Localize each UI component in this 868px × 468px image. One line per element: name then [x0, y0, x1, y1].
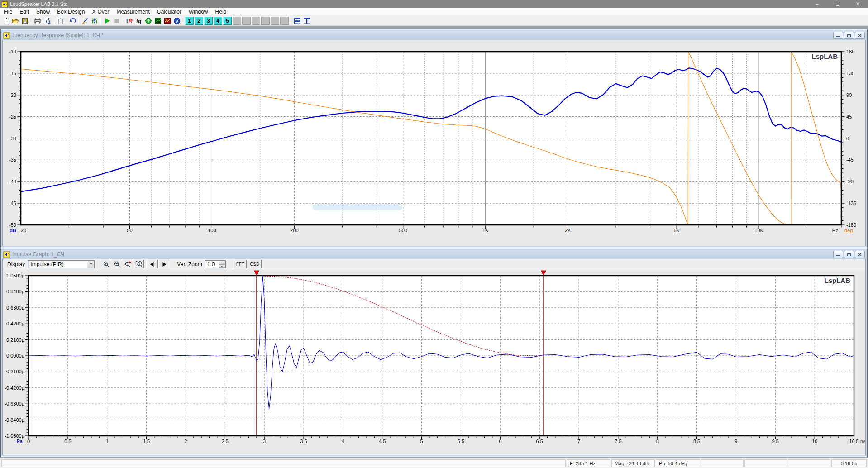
freq-minimize-button[interactable] [833, 32, 843, 39]
page-2-button[interactable]: 2 [195, 17, 203, 25]
page-disabled-button [242, 17, 251, 25]
voltmeter-icon[interactable]: V [172, 16, 181, 25]
page-3-button[interactable]: 3 [204, 17, 213, 25]
svg-text:-45: -45 [9, 201, 16, 206]
zoom-region-button[interactable] [134, 260, 144, 268]
main-toolbar: IR fg V 1 2 3 4 5 [0, 16, 868, 26]
ir-measurement-icon[interactable]: IR [124, 16, 134, 25]
svg-text:-1.0500µ: -1.0500µ [5, 433, 24, 439]
status-magnitude: Mag: -24.48 dB [611, 459, 655, 467]
svg-text:0.0000µ: 0.0000µ [6, 353, 25, 358]
sweep-measure-icon[interactable] [80, 16, 90, 25]
menu-calculator[interactable]: Calculator [153, 8, 185, 16]
page-5-button[interactable]: 5 [223, 17, 232, 25]
undo-icon[interactable] [67, 16, 77, 25]
svg-text:10: 10 [812, 439, 817, 444]
csd-button[interactable]: CSD [248, 260, 262, 268]
toolbar-separator [291, 17, 291, 24]
menu-file[interactable]: File [0, 8, 16, 16]
svg-text:1: 1 [106, 439, 109, 444]
impulse-window-content: Display Impulse (PIR) ▼ [2, 259, 866, 455]
svg-text:deg: deg [844, 228, 853, 233]
svg-text:Pa: Pa [17, 439, 23, 444]
menu-help[interactable]: Help [212, 8, 230, 16]
scroll-left-button[interactable] [146, 260, 158, 268]
zoom-custom-button[interactable] [123, 260, 133, 268]
svg-text:I: I [126, 18, 128, 24]
display-select[interactable]: Impulse (PIR) ▼ [28, 260, 95, 268]
menu-x-over[interactable]: X-Over [88, 8, 113, 16]
tile-horizontal-icon[interactable] [292, 16, 302, 25]
scroll-right-button[interactable] [158, 260, 170, 268]
svg-text:2.5: 2.5 [222, 439, 229, 444]
status-empty-panel [788, 459, 830, 467]
svg-text:7.5: 7.5 [615, 439, 621, 444]
print-icon[interactable] [33, 16, 42, 25]
status-bar: F: 285.1 Hz Mag: -24.48 dB Ph: 50.4 deg … [0, 458, 868, 468]
chevron-down-icon[interactable]: ▼ [87, 261, 94, 268]
page-1-button[interactable]: 1 [185, 17, 194, 25]
zoom-out-button[interactable] [112, 260, 122, 268]
svg-text:-0.6300µ: -0.6300µ [5, 401, 24, 406]
tooltip-artifact [313, 204, 402, 210]
freq-restore-button[interactable] [844, 32, 854, 39]
menu-window[interactable]: Window [185, 8, 212, 16]
gate-marker-handle[interactable] [541, 271, 546, 275]
svg-text:V: V [175, 18, 178, 23]
fg-generator-icon[interactable]: fg [134, 16, 143, 25]
levels-icon[interactable] [90, 16, 99, 25]
restore-button[interactable] [827, 0, 848, 8]
freq-window-title-bar[interactable]: Frequency Response [Single]: 1_СЧ * ✕ [2, 31, 866, 40]
print-preview-icon[interactable] [42, 16, 52, 25]
svg-text:1.5: 1.5 [143, 439, 150, 444]
save-icon[interactable] [20, 16, 29, 25]
spin-down-icon[interactable]: ▼ [219, 264, 225, 268]
menu-edit[interactable]: Edit [16, 8, 33, 16]
impulse-close-button[interactable]: ✕ [855, 251, 865, 258]
play-icon[interactable] [102, 16, 112, 25]
spl-meter-icon[interactable] [143, 16, 153, 25]
impedance-icon[interactable] [162, 16, 172, 25]
svg-text:7: 7 [577, 439, 580, 444]
svg-text:1.0500µ: 1.0500µ [6, 273, 25, 278]
svg-text:0.2100µ: 0.2100µ [6, 337, 25, 343]
tile-vertical-icon[interactable] [302, 16, 311, 25]
zoom-in-button[interactable] [101, 260, 111, 268]
spin-up-icon[interactable]: ▲ [219, 261, 225, 264]
menu-measurement[interactable]: Measurement [113, 8, 153, 16]
impulse-toolbar: Display Impulse (PIR) ▼ [3, 259, 865, 269]
open-file-icon[interactable] [10, 16, 20, 25]
page-disabled-button [252, 17, 260, 25]
impulse-restore-button[interactable] [844, 251, 854, 258]
page-disabled-button [233, 17, 241, 25]
menu-show[interactable]: Show [33, 8, 53, 16]
gate-marker-handle[interactable] [254, 271, 259, 275]
page-disabled-button [280, 17, 289, 25]
impulse-minimize-button[interactable] [833, 251, 843, 258]
toolbar-separator [66, 17, 66, 24]
page-4-button[interactable]: 4 [214, 17, 222, 25]
svg-text:-0.4200µ: -0.4200µ [5, 385, 24, 391]
main-title-bar[interactable]: LoudSpeaker LAB 3.1 Std ─ ✕ [0, 0, 868, 8]
fft-button[interactable]: FFT [234, 260, 247, 268]
stop-icon[interactable] [112, 16, 121, 25]
app-title: LoudSpeaker LAB 3.1 Std [10, 1, 67, 7]
svg-text:-30: -30 [9, 136, 16, 141]
ir-letter: R [129, 18, 133, 24]
impulse-chart[interactable]: 1.0500µ0.8400µ0.6300µ0.4200µ0.2100µ0.000… [3, 269, 866, 455]
new-document-icon[interactable] [1, 16, 10, 25]
copy-icon[interactable] [55, 16, 64, 25]
frequency-response-chart[interactable]: -10-15-20-25-30-35-40-45-5018013590450-4… [3, 40, 866, 246]
svg-text:9.5: 9.5 [772, 439, 779, 444]
freq-close-button[interactable]: ✕ [855, 32, 865, 39]
impulse-window-title-bar[interactable]: Impulse Graph: 1_СЧ ✕ [2, 250, 866, 259]
vert-zoom-stepper[interactable]: 1.0 ▲ ▼ [205, 260, 226, 268]
minimize-button[interactable]: ─ [807, 0, 827, 8]
scope-icon[interactable] [153, 16, 162, 25]
close-button[interactable]: ✕ [848, 0, 868, 8]
svg-text:10K: 10K [754, 228, 763, 233]
menu-box-design[interactable]: Box Design [53, 8, 88, 16]
toolbar-separator [78, 17, 79, 24]
svg-text:-20: -20 [9, 92, 16, 98]
svg-text:-50: -50 [9, 222, 16, 228]
